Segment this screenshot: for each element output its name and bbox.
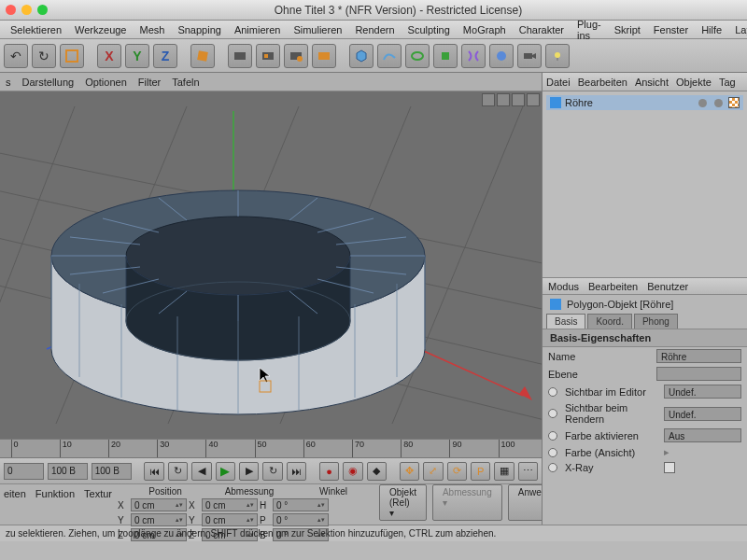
frame-range2-field[interactable]: 100 B [92,463,132,480]
menu-selektieren[interactable]: Selektieren [4,24,68,35]
subbar-s[interactable]: s [6,77,11,88]
next-frame-button[interactable]: ▶ [239,462,259,481]
om-datei[interactable]: Datei [546,77,571,88]
loop-button[interactable]: ↻ [168,462,188,481]
minimize-icon[interactable] [21,5,32,15]
redo-button[interactable]: ↻ [32,44,56,68]
radio-icon[interactable] [548,409,557,418]
close-icon[interactable] [6,5,16,15]
move-key-button[interactable]: ✥ [400,462,419,481]
prop-name-field[interactable]: Röhre [656,349,741,363]
coordtab-eiten[interactable]: eiten [4,488,26,499]
phong-tag-icon[interactable] [728,97,740,108]
ang-p-field[interactable]: 0 °▴▾ [273,513,329,526]
om-bearbeiten[interactable]: Bearbeiten [578,77,627,88]
undo-button[interactable]: ↶ [4,44,28,68]
menu-simulieren[interactable]: Simulieren [287,24,348,35]
coordtab-funktion[interactable]: Funktion [35,488,75,499]
keyframe-button[interactable]: ◆ [367,462,387,481]
autokey-button[interactable]: ◉ [343,462,362,481]
prop-vis-render-field[interactable]: Undef. [664,407,741,421]
subbar-darstellung[interactable]: Darstellung [22,77,75,88]
om-objekte[interactable]: Objekte [676,77,712,88]
prop-farbe-akt-field[interactable]: Aus [664,428,741,442]
environment-button[interactable] [489,44,514,68]
coordtab-textur[interactable]: Textur [84,488,112,499]
menu-sculpting[interactable]: Sculpting [402,24,457,35]
tab-koord[interactable]: Koord. [587,314,631,329]
menu-charakter[interactable]: Charakter [513,24,571,35]
camera-button[interactable] [517,44,542,68]
frame-range-field[interactable]: 100 B [48,463,88,480]
attr-benutzer[interactable]: Benutzer [647,281,688,292]
menu-skript[interactable]: Skript [608,24,647,35]
cube-primitive-button[interactable] [349,44,374,68]
play-button[interactable]: ▶ [216,462,235,481]
select-tool[interactable] [60,44,84,68]
spline-button[interactable] [377,44,402,68]
loop2-button[interactable]: ↻ [262,462,282,481]
tree-item-roehre[interactable]: Röhre [546,95,743,110]
visibility-editor-dot[interactable] [698,99,707,107]
light-button[interactable] [545,44,570,68]
extra-button[interactable]: ⋯ [518,462,538,481]
x-axis-button[interactable]: X [97,44,121,68]
maximize-icon[interactable] [527,93,540,106]
coord-mode-dropdown[interactable]: Objekt (Rel) ▾ [379,484,427,521]
menu-plugins[interactable]: Plug-ins [571,19,608,41]
visibility-render-dot[interactable] [714,99,723,107]
deformer-button[interactable] [461,44,486,68]
radio-icon[interactable] [548,431,557,441]
zoom-icon[interactable] [497,93,510,106]
coord-system-button[interactable] [190,44,215,68]
frame-start-field[interactable]: 0 [4,463,44,480]
render-region-button[interactable] [256,44,280,68]
menu-snapping[interactable]: Snapping [171,24,228,35]
scale-key-button[interactable]: ⤢ [423,462,443,481]
menu-fenster[interactable]: Fenster [647,24,695,35]
ang-h-field[interactable]: 0 °▴▾ [273,498,329,511]
dim-y-field[interactable]: 0 cm▴▾ [202,513,258,526]
pos-x-field[interactable]: 0 cm▴▾ [131,498,187,511]
nurbs-button[interactable] [405,44,430,68]
3d-viewport[interactable] [0,91,542,439]
goto-end-button[interactable]: ⏭ [287,462,306,481]
prev-frame-button[interactable]: ◀ [191,462,211,481]
y-axis-button[interactable]: Y [125,44,149,68]
menu-rendern[interactable]: Rendern [348,24,401,35]
radio-icon[interactable] [548,448,557,457]
radio-icon[interactable] [548,463,557,472]
z-axis-button[interactable]: Z [153,44,177,68]
xray-checkbox[interactable] [664,462,675,473]
menu-mograph[interactable]: MoGraph [457,24,513,35]
param-key-button[interactable]: P [471,462,490,481]
prop-ebene-field[interactable] [656,367,741,381]
timeline-ruler[interactable]: 0 10 20 30 40 50 60 70 80 90 100 [0,439,542,457]
subbar-filter[interactable]: Filter [138,77,161,88]
prop-vis-editor-field[interactable]: Undef. [664,385,741,399]
generator-button[interactable] [433,44,458,68]
record-button[interactable]: ● [319,462,339,481]
subbar-tafeln[interactable]: Tafeln [172,77,199,88]
object-tree[interactable]: Röhre [543,91,747,278]
pla-key-button[interactable]: ▦ [494,462,514,481]
om-ansicht[interactable]: Ansicht [635,77,669,88]
subbar-optionen[interactable]: Optionen [85,77,127,88]
menu-werkzeuge[interactable]: Werkzeuge [68,24,133,35]
menu-hilfe[interactable]: Hilfe [695,24,728,35]
menu-animieren[interactable]: Animieren [228,24,288,35]
tab-phong[interactable]: Phong [634,314,678,329]
radio-icon[interactable] [548,387,557,397]
pan-icon[interactable] [482,93,495,106]
pos-y-field[interactable]: 0 cm▴▾ [131,513,187,526]
rotate-key-button[interactable]: ⟳ [447,462,467,481]
picture-viewer-button[interactable] [312,44,336,68]
attr-modus[interactable]: Modus [548,281,579,292]
render-settings-button[interactable] [284,44,308,68]
coord-dim-dropdown[interactable]: Abmessung ▾ [432,484,502,521]
render-view-button[interactable] [228,44,252,68]
tab-basis[interactable]: Basis [546,314,585,329]
zoom-icon[interactable] [37,5,48,15]
rotate-icon[interactable] [512,93,525,106]
dim-x-field[interactable]: 0 cm▴▾ [202,498,258,511]
